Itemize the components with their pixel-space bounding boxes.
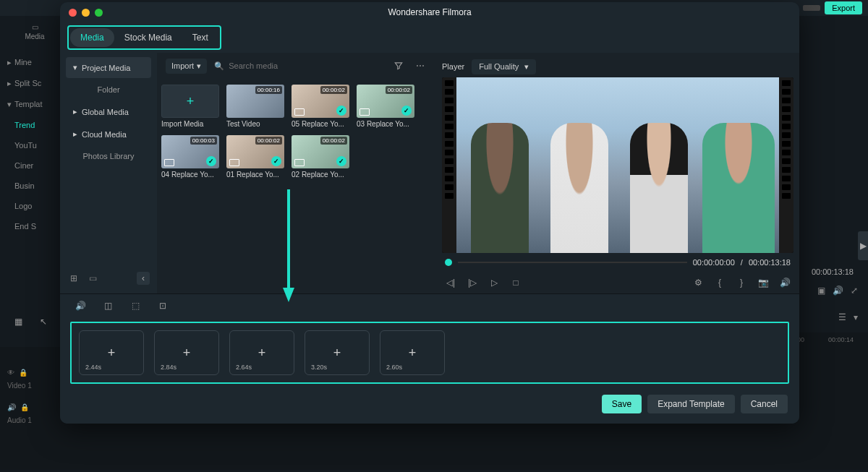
- bracket-left-icon[interactable]: {: [714, 277, 726, 288]
- bg-left-item[interactable]: ▸Mine: [0, 52, 58, 73]
- scrubber[interactable]: 00:00:00:00 / 00:00:13:18: [442, 253, 793, 272]
- slot-duration: 3.20s: [311, 364, 327, 371]
- speaker-icon[interactable]: 🔊: [7, 403, 16, 411]
- media-item[interactable]: 00:00:02✓ 03 Replace Yo...: [357, 85, 414, 128]
- media-item[interactable]: 00:00:16 Test Video: [226, 85, 284, 128]
- nav-photos-library[interactable]: Photos Library: [66, 146, 151, 166]
- camera-icon[interactable]: 📷: [757, 277, 769, 288]
- list-view-icon[interactable]: ☰: [838, 312, 846, 322]
- export-button[interactable]: Export: [825, 1, 862, 14]
- check-icon: ✓: [336, 156, 346, 166]
- media-item[interactable]: 00:00:02✓ 05 Replace Yo...: [292, 85, 349, 128]
- total-time: 00:00:13:18: [749, 258, 791, 267]
- menu-icon[interactable]: ▾: [854, 312, 858, 322]
- bg-media-tab[interactable]: ▭ Media: [20, 23, 49, 40]
- folder-icon[interactable]: ▭: [86, 272, 99, 285]
- current-time: 00:00:00:00: [693, 258, 735, 267]
- snapshot-icon[interactable]: ▣: [817, 286, 825, 296]
- volume-icon[interactable]: 🔊: [833, 286, 843, 296]
- nav-project-media[interactable]: ▾Project Media: [66, 57, 151, 78]
- maximize-window-button[interactable]: [95, 9, 103, 17]
- transform-icon[interactable]: ◫: [101, 299, 115, 313]
- bg-left-item[interactable]: Trend: [0, 115, 58, 135]
- volume-icon[interactable]: 🔊: [779, 277, 791, 288]
- bg-left-item[interactable]: ▸Split Sc: [0, 73, 58, 94]
- close-window-button[interactable]: [69, 9, 77, 17]
- template-slot[interactable]: +2.44s: [79, 330, 144, 375]
- search-box: 🔍: [214, 61, 384, 71]
- fullscreen-icon[interactable]: ⤢: [851, 286, 858, 296]
- crop-icon[interactable]: ⬚: [128, 299, 142, 313]
- new-folder-icon[interactable]: ⊞: [67, 272, 80, 285]
- media-item[interactable]: 00:00:02✓ 02 Replace Yo...: [292, 135, 349, 179]
- slot-duration: 2.44s: [85, 364, 101, 371]
- eye-icon[interactable]: 👁: [7, 369, 14, 377]
- collapse-panel-button[interactable]: ‹: [137, 272, 150, 285]
- bg-left-item[interactable]: Busin: [0, 176, 58, 196]
- scrub-track[interactable]: [458, 262, 687, 263]
- template-icon: [164, 159, 174, 166]
- check-icon: ✓: [206, 156, 216, 166]
- cancel-button[interactable]: Cancel: [741, 395, 788, 413]
- tab-stock-media[interactable]: Stock Media: [114, 28, 182, 47]
- plus-icon: +: [258, 346, 266, 361]
- duration-badge: 00:00:02: [320, 137, 347, 145]
- template-slot[interactable]: +2.84s: [154, 330, 219, 375]
- audio-icon[interactable]: 🔊: [73, 299, 88, 313]
- template-slot[interactable]: +2.64s: [229, 330, 294, 375]
- nav-cloud-media[interactable]: ▸Cloud Media: [66, 124, 151, 145]
- save-button[interactable]: Save: [602, 395, 642, 413]
- media-browser: Import ▾ 🔍 ⋯ + Import Media 00:0: [157, 53, 436, 293]
- grid-icon[interactable]: ▦: [11, 314, 25, 329]
- quality-dropdown[interactable]: Full Quality ▾: [472, 59, 536, 74]
- stop-icon[interactable]: □: [510, 277, 522, 288]
- playhead[interactable]: [445, 259, 452, 266]
- import-dropdown[interactable]: Import ▾: [166, 59, 207, 74]
- media-label: 05 Replace Yo...: [292, 120, 349, 128]
- search-input[interactable]: [229, 61, 384, 70]
- bg-left-item[interactable]: Ciner: [0, 155, 58, 176]
- video-track-name: Video 1: [7, 382, 32, 390]
- top-tabs: Media Stock Media Text: [60, 22, 799, 53]
- lock-icon[interactable]: 🔒: [19, 369, 27, 377]
- video-preview[interactable]: [442, 77, 793, 253]
- media-item[interactable]: 00:00:03✓ 04 Replace Yo...: [161, 135, 219, 179]
- template-slot[interactable]: +3.20s: [305, 330, 370, 375]
- expand-panel-tab[interactable]: ▶: [858, 231, 868, 260]
- template-slot[interactable]: +2.60s: [380, 330, 445, 375]
- plus-icon: +: [187, 94, 195, 109]
- tab-text[interactable]: Text: [182, 28, 218, 47]
- import-media-tile[interactable]: + Import Media: [161, 85, 219, 128]
- duration-badge: 00:00:16: [255, 86, 282, 94]
- bracket-right-icon[interactable]: }: [736, 277, 747, 288]
- video-track-label[interactable]: 👁 🔒: [7, 369, 58, 377]
- media-item[interactable]: 00:00:02✓ 01 Replace Yo...: [226, 135, 284, 179]
- more-icon[interactable]: ⋯: [413, 59, 427, 73]
- bg-timeline-view: ☰ ▾: [838, 312, 858, 322]
- settings-icon[interactable]: ⚙: [692, 277, 704, 288]
- expand-template-button[interactable]: Expand Template: [647, 395, 735, 413]
- tab-media[interactable]: Media: [70, 28, 114, 47]
- titlebar: Wondershare Filmora: [60, 2, 799, 22]
- pointer-icon[interactable]: ↖: [36, 314, 51, 329]
- transport-controls: ◁| |▷ ▷ □ ⚙ { } 📷 🔊: [442, 272, 793, 293]
- bg-left-item[interactable]: YouTu: [0, 135, 58, 155]
- media-label: 02 Replace Yo...: [292, 171, 349, 179]
- media-icon: ▭: [32, 23, 38, 31]
- step-back-icon[interactable]: ◁|: [445, 277, 456, 288]
- play-icon[interactable]: ▷: [488, 277, 500, 288]
- filter-icon[interactable]: [391, 59, 406, 73]
- prev-frame-icon[interactable]: |▷: [467, 277, 478, 288]
- plus-icon: +: [183, 346, 191, 361]
- nav-folder[interactable]: Folder: [66, 80, 151, 100]
- template-editor-modal: Wondershare Filmora Media Stock Media Te…: [60, 2, 799, 424]
- bg-left-item[interactable]: ▾Templat: [0, 94, 58, 115]
- nav-global-media[interactable]: ▸Global Media: [66, 101, 151, 122]
- fit-icon[interactable]: ⊡: [156, 299, 170, 313]
- audio-track-label[interactable]: 🔊 🔒: [7, 403, 58, 411]
- bg-left-item[interactable]: Logo: [0, 196, 58, 216]
- bg-left-item[interactable]: End S: [0, 216, 58, 236]
- lock-icon[interactable]: 🔒: [20, 403, 29, 411]
- minimize-window-button[interactable]: [82, 9, 90, 17]
- nav-footer: ⊞ ▭ ‹: [66, 267, 151, 289]
